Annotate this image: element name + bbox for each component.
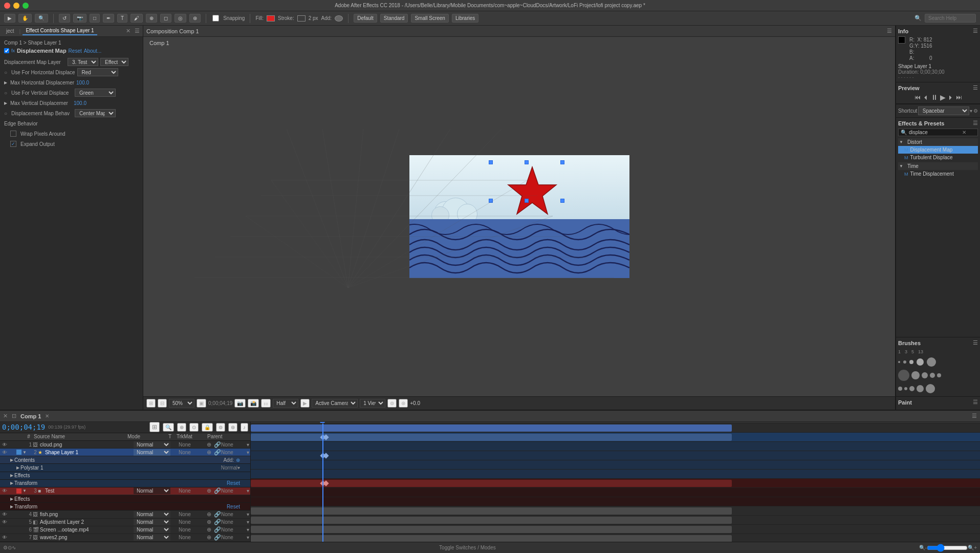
tl-comp-btn[interactable]: ⊛ (228, 423, 237, 432)
layer3-transform-expand[interactable]: ▶ (10, 504, 13, 509)
brush-dot-13b[interactable] (930, 373, 935, 378)
layer-row-6[interactable]: 6 🎬 Screen ...ootage.mp4 Normal None ⊕ 🔗… (0, 526, 250, 534)
track-4[interactable] (251, 506, 980, 516)
effects-search-box[interactable]: 🔍 ✕ (898, 129, 978, 136)
snapping-checkbox[interactable] (212, 15, 219, 22)
max-horiz-value[interactable]: 100.0 (76, 80, 89, 86)
layer-3-transform[interactable]: ▶ Transform Reset (0, 503, 250, 511)
layer-2-chain2[interactable]: 🔗 (214, 449, 221, 456)
workspace-default[interactable]: Default (354, 14, 377, 23)
preview-next-frame-btn[interactable]: ⏵ (948, 94, 954, 101)
comp-camera-select[interactable]: Active Camera (312, 399, 358, 408)
layer-1-chain2[interactable]: 🔗 (214, 441, 221, 448)
layer-2-polystar[interactable]: ▶ Polystar 1 Normal ▾ (0, 464, 250, 472)
comp-zoom-select[interactable]: 50% (169, 399, 194, 408)
layer-2-expand[interactable]: ▼ (23, 450, 27, 455)
tl-search-btn[interactable]: 🔍 (163, 423, 174, 432)
tl-audio-btn[interactable]: ♪ (241, 423, 248, 432)
comp-fit-btn[interactable]: ▣ (197, 399, 206, 408)
effect-about-btn[interactable]: About... (84, 48, 101, 54)
tool-camera[interactable]: 📷 (73, 14, 86, 23)
brush-dot-med[interactable] (909, 386, 914, 391)
brushes-panel-menu[interactable]: ☰ (973, 339, 978, 346)
layer-4-dropdown[interactable]: ▾ (247, 512, 249, 517)
layer-4-parent[interactable]: None (221, 512, 247, 517)
layer-1-parent[interactable]: None (221, 442, 247, 448)
add-swatch[interactable] (335, 15, 343, 22)
timeline-timecode[interactable]: 0;00;04;19 (2, 423, 45, 431)
paint-panel-menu[interactable]: ☰ (973, 399, 978, 406)
track-6[interactable] (251, 525, 980, 534)
layer-5-visibility[interactable]: 👁 (1, 519, 8, 525)
layer-1-mode[interactable]: Normal (134, 441, 170, 448)
layer-6-mode[interactable]: Normal (134, 526, 170, 533)
layer-4-visibility[interactable]: 👁 (1, 512, 8, 517)
layer-4-chain2[interactable]: 🔗 (214, 511, 221, 518)
preview-panel-menu[interactable]: ☰ (973, 84, 978, 91)
comp-camera-btn[interactable]: 📷 (234, 399, 246, 408)
shortcut-arrow-btn[interactable]: ▾ (970, 108, 972, 114)
layer-3-expand[interactable]: ▼ (23, 488, 27, 493)
brush-dot-small2[interactable] (898, 387, 902, 391)
track-2[interactable] (251, 433, 980, 442)
polystar-expand[interactable]: ▶ (16, 465, 19, 470)
layer-7-mode[interactable]: Normal (134, 534, 170, 541)
layer-5-chain2[interactable]: 🔗 (214, 519, 221, 525)
layer-row-7[interactable]: 👁 7 🖼 waves2.png Normal None ⊕ 🔗 None ▾ (0, 534, 250, 542)
tl-zoom-in-icon[interactable]: 🔍+ (968, 545, 977, 550)
panel-menu-btn[interactable]: ☰ (135, 28, 140, 34)
layer-7-visibility[interactable]: 👁 (1, 535, 8, 540)
composition-viewer[interactable]: Comp 1 (143, 37, 895, 396)
brush-dot-1[interactable] (898, 361, 900, 363)
comp-snapshot-btn[interactable]: 📸 (248, 399, 259, 408)
brush-dot-3[interactable] (903, 360, 906, 364)
tool-rotate[interactable]: ↺ (59, 14, 70, 23)
comp-quality-select[interactable]: Half (273, 399, 298, 408)
layer-3-visibility[interactable]: 👁 (1, 488, 8, 494)
layer-6-chain2[interactable]: 🔗 (214, 526, 221, 533)
workspace-small-screen[interactable]: Small Screen (411, 14, 448, 23)
add-btn[interactable]: ⊕ (236, 457, 240, 463)
tool-brush[interactable]: 🖌 (130, 14, 143, 23)
tl-create-btn[interactable]: ⊕ (177, 423, 186, 432)
transform-reset-btn[interactable]: Reset (227, 480, 240, 486)
layer-3-effects[interactable]: ▶ Effects (0, 495, 250, 503)
max-vert-value[interactable]: 100.0 (74, 100, 86, 106)
project-tab[interactable]: ject (3, 27, 17, 35)
layer-row-5[interactable]: 👁 5 ◧ Adjustment Layer 2 Normal None ⊕ 🔗… (0, 519, 250, 526)
tool-zoom[interactable]: 🔍 (35, 14, 48, 23)
tool-roto[interactable]: ◎ (175, 14, 186, 23)
layer-5-dropdown[interactable]: ▾ (247, 519, 249, 525)
layer-row-4[interactable]: 👁 4 🖼 fish.png Normal None ⊕ 🔗 None ▾ (0, 511, 250, 518)
preview-stop-btn[interactable]: ⏸ (931, 93, 938, 101)
layer-row-2[interactable]: 👁 ▼ 2 ★ Shape Layer 1 Normal None ⊕ 🔗 (0, 449, 250, 456)
layer-7-dropdown[interactable]: ▾ (247, 535, 249, 540)
tool-rect[interactable]: □ (90, 14, 100, 23)
comp-region-of-interest[interactable]: ⊞ (146, 399, 156, 408)
workspace-standard[interactable]: Standard (380, 14, 408, 23)
distort-category-header[interactable]: ▼ Distort (898, 138, 978, 146)
info-panel-menu[interactable]: ☰ (973, 28, 978, 34)
layer3-effects-expand[interactable]: ▶ (10, 497, 13, 501)
layer-2-effects[interactable]: ▶ Effects (0, 472, 250, 480)
turbulent-displace-item[interactable]: M Turbulent Displace (898, 154, 978, 161)
layer-2-col-box[interactable] (15, 449, 23, 456)
brush-dot-13[interactable] (917, 358, 924, 366)
comp-view-select[interactable]: 1 View (360, 399, 385, 408)
layer-5-chain[interactable]: ⊕ (207, 519, 214, 525)
tool-hand[interactable]: ✋ (18, 14, 32, 23)
max-vert-expand[interactable]: ▶ (4, 101, 7, 105)
displacement-layer-select[interactable]: 3. Test (68, 58, 98, 66)
displacement-fx-select[interactable]: Effects ▾ (100, 58, 128, 66)
layer-2-visibility[interactable]: 👁 (1, 450, 8, 455)
layer-2-chain[interactable]: ⊕ (207, 449, 214, 456)
preview-first-btn[interactable]: ⏮ (914, 94, 921, 101)
layer-1-visibility[interactable]: 👁 (1, 442, 8, 448)
expand-checkbox[interactable] (10, 141, 16, 147)
track-5[interactable] (251, 516, 980, 525)
tl-solo-btn[interactable]: ⊙ (189, 423, 199, 432)
tl-parent-btn[interactable]: ⊞ (149, 422, 160, 432)
comp-render-btn[interactable]: ⊚ (387, 399, 397, 408)
displacement-map-item[interactable]: M Displacement Map (898, 146, 978, 154)
layer-3-chain2[interactable]: 🔗 (214, 487, 221, 494)
